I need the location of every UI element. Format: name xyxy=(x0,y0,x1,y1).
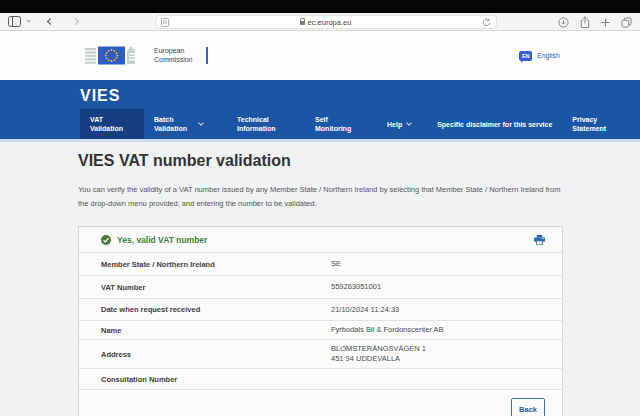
row-value-line: Fyrbodals Bil & Fordonscenter AB xyxy=(331,325,444,335)
row-value-line: 451 94 UDDEVALLA xyxy=(331,354,426,364)
nav-item-batch-validation[interactable]: Batch Validation xyxy=(144,109,219,139)
browser-toolbar: ec.europa.eu xyxy=(0,13,640,31)
chevron-down-icon[interactable] xyxy=(26,18,30,22)
nav-item-vat-validation[interactable]: VAT Validation xyxy=(80,109,144,139)
row-value: Fyrbodals Bil & Fordonscenter AB xyxy=(331,325,444,335)
nav-item-self-monitoring[interactable]: Self Monitoring xyxy=(305,109,369,139)
nav-item-label: VAT Validation xyxy=(90,115,134,133)
nav-item-label: Self Monitoring xyxy=(315,115,359,133)
vies-band: VIES VAT ValidationBatch ValidationTechn… xyxy=(0,80,640,139)
site-title: VIES xyxy=(80,80,640,105)
row-label: Date when request received xyxy=(101,305,200,314)
chevron-down-icon xyxy=(198,120,204,126)
ec-logo-divider xyxy=(206,47,208,64)
back-button[interactable]: Back xyxy=(511,398,545,416)
back-icon[interactable] xyxy=(47,18,54,25)
sidebar-icon[interactable] xyxy=(8,16,21,27)
new-tab-icon[interactable] xyxy=(601,18,610,27)
forward-icon[interactable] xyxy=(72,18,79,25)
status-text: Yes, valid VAT number xyxy=(117,235,534,245)
result-footer: Back xyxy=(79,390,562,416)
row-value-line: SE xyxy=(331,259,341,269)
table-row-consultation-number: Consultation Number xyxy=(79,369,562,390)
row-value: BLOMSTERÄNGSVÄGEN 1451 94 UDDEVALLA xyxy=(331,344,426,364)
nav-item-label: Specific disclaimer for this service xyxy=(437,120,552,129)
window-title-bar xyxy=(0,0,640,13)
reload-icon[interactable] xyxy=(482,18,491,27)
language-selector[interactable]: EN English xyxy=(519,51,560,61)
nav-item-label: Technical Information xyxy=(237,115,285,133)
result-table: Member State / Northern IrelandSEVAT Num… xyxy=(79,253,562,390)
nav-item-privacy-statement[interactable]: Privacy Statement xyxy=(562,109,626,139)
table-row-member-state-northern-ireland: Member State / Northern IrelandSE xyxy=(79,253,562,276)
page-title: VIES VAT number validation xyxy=(78,152,563,170)
tabs-overview-icon[interactable] xyxy=(621,17,632,28)
row-label: Member State / Northern Ireland xyxy=(101,260,215,269)
validation-result-card: Yes, valid VAT number Member State / Nor… xyxy=(78,226,563,416)
intro-text: You can verify the validity of a VAT num… xyxy=(78,183,563,211)
nav-item-specific-disclaimer-for-this-service[interactable]: Specific disclaimer for this service xyxy=(427,109,562,139)
table-row-date-when-request-received: Date when request received21/10/2024 11:… xyxy=(79,299,562,321)
page-content: VIES VAT number validation You can verif… xyxy=(0,142,640,416)
url-text: ec.europa.eu xyxy=(308,18,352,27)
table-row-address: AddressBLOMSTERÄNGSVÄGEN 1451 94 UDDEVAL… xyxy=(79,340,562,369)
table-row-name: NameFyrbodals Bil & Fordonscenter AB xyxy=(79,321,562,340)
row-value-line: 21/10/2024 11:24:33 xyxy=(331,305,399,315)
site-nav: VAT ValidationBatch ValidationTechnical … xyxy=(80,109,640,139)
downloads-icon[interactable] xyxy=(558,17,569,28)
printer-icon[interactable] xyxy=(534,235,545,245)
address-bar[interactable]: ec.europa.eu xyxy=(155,15,497,29)
row-label: Name xyxy=(101,326,121,335)
row-label: Address xyxy=(101,350,131,359)
nav-item-label: Help xyxy=(387,120,402,129)
nav-item-label: Batch Validation xyxy=(154,115,194,133)
reader-icon[interactable] xyxy=(161,18,169,27)
share-icon[interactable] xyxy=(580,16,590,28)
ec-logo-text: European Commission xyxy=(154,47,193,64)
row-value: 559263051001 xyxy=(331,282,381,292)
check-circle-icon xyxy=(101,235,111,245)
row-value: SE xyxy=(331,259,341,269)
european-commission-logo[interactable]: European Commission xyxy=(85,43,208,69)
row-label: Consultation Number xyxy=(101,375,177,384)
chevron-down-icon xyxy=(406,120,412,126)
ec-header: European Commission EN English xyxy=(0,31,640,80)
result-header: Yes, valid VAT number xyxy=(79,227,562,253)
row-value-line: BLOMSTERÄNGSVÄGEN 1 xyxy=(331,344,426,354)
row-label: VAT Number xyxy=(101,283,145,292)
lock-icon xyxy=(300,21,305,25)
language-label: English xyxy=(537,52,560,59)
language-badge: EN xyxy=(519,51,532,61)
nav-item-technical-information[interactable]: Technical Information xyxy=(227,109,295,139)
row-value-line: 559263051001 xyxy=(331,282,381,292)
row-value: 21/10/2024 11:24:33 xyxy=(331,305,399,315)
nav-item-help[interactable]: Help xyxy=(377,109,421,139)
nav-item-label: Privacy Statement xyxy=(572,115,616,133)
ec-flag-icon xyxy=(85,43,147,69)
table-row-vat-number: VAT Number559263051001 xyxy=(79,276,562,299)
